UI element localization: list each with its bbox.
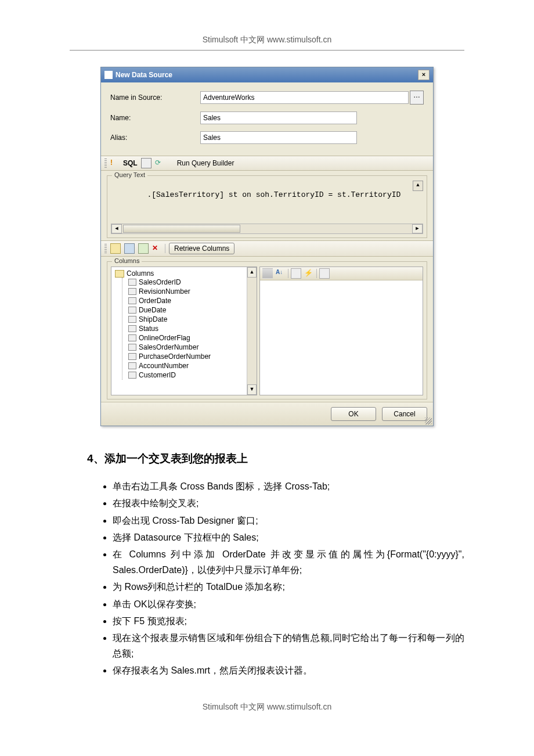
column-icon <box>128 316 136 323</box>
sql-label: SQL <box>123 159 138 167</box>
toolbar-grip-icon <box>104 244 107 253</box>
scrollbar-thumb[interactable] <box>123 225 240 233</box>
column-icon <box>128 307 136 314</box>
column-icon <box>128 297 136 304</box>
browse-button[interactable]: … <box>410 91 424 105</box>
page-header: Stimulsoft 中文网 www.stimulsoft.cn <box>0 35 534 45</box>
toolbar-separator <box>288 269 288 278</box>
events-icon[interactable]: ⚡ <box>304 268 314 279</box>
paste-icon[interactable] <box>138 243 149 254</box>
alias-field[interactable] <box>200 131 357 144</box>
column-icon <box>128 288 136 295</box>
dialog-titlebar[interactable]: New Data Source × <box>101 67 433 82</box>
scroll-right-icon[interactable]: ► <box>412 224 423 233</box>
property-pages-icon[interactable] <box>291 268 301 279</box>
column-icon <box>128 362 136 369</box>
name-field[interactable] <box>200 111 357 124</box>
properties-pane: A↓ ⚡ <box>259 267 423 395</box>
list-item: 选择 Datasource 下拉框中的 Sales; <box>113 530 464 545</box>
column-item[interactable]: CustomerID <box>128 370 253 380</box>
list-item: 按下 F5 预览报表; <box>113 613 464 629</box>
list-item: 保存报表名为 Sales.mrt，然后关闭报表设计器。 <box>113 663 464 678</box>
list-item: 单击右边工具条 Cross Bands 图标，选择 Cross-Tab; <box>113 478 464 494</box>
close-icon[interactable]: × <box>418 70 430 80</box>
horizontal-scrollbar[interactable]: ◄ ► <box>111 224 423 234</box>
tree-scrollbar[interactable]: ▲ ▼ <box>247 267 257 395</box>
section-heading: 4、添加一个交叉表到您的报表上 <box>87 449 464 468</box>
scroll-up-icon[interactable]: ▲ <box>413 181 423 191</box>
list-item: 现在这个报表显示销售区域和年份组合下的销售总额,同时它给出了每一行和每一列的总额… <box>113 630 464 661</box>
table-icon[interactable] <box>141 158 151 168</box>
properties-toolbar: A↓ ⚡ <box>260 267 423 280</box>
column-icon <box>128 334 136 341</box>
column-item[interactable]: ShipDate <box>128 315 253 324</box>
column-icon <box>128 325 136 332</box>
toolbar-separator <box>165 244 165 253</box>
new-data-source-dialog: New Data Source × Name in Source: … Name… <box>100 67 434 426</box>
warning-icon[interactable]: ! <box>110 159 120 168</box>
retrieve-columns-button[interactable]: Retrieve Columns <box>169 243 234 254</box>
columns-tree[interactable]: Columns SalesOrderID RevisionNumber Orde… <box>111 267 257 395</box>
categorized-icon[interactable] <box>262 268 273 279</box>
toolbar-separator <box>316 269 317 278</box>
alphabetical-sort-icon[interactable]: A↓ <box>275 268 286 279</box>
copy-icon[interactable] <box>124 243 135 254</box>
column-item[interactable]: DueDate <box>128 305 253 315</box>
cancel-button[interactable]: Cancel <box>382 407 427 421</box>
column-icon <box>128 353 136 360</box>
column-icon <box>128 372 136 379</box>
list-item: 即会出现 Cross-Tab Designer 窗口; <box>113 513 464 528</box>
list-item: 在 Columns 列中添加 OrderDate 并改变显示值的属性为{Form… <box>113 546 464 578</box>
resize-grip-icon[interactable] <box>425 417 432 424</box>
column-item[interactable]: OrderDate <box>128 296 253 305</box>
delete-icon[interactable]: ✕ <box>152 244 161 253</box>
header-rule <box>70 50 464 51</box>
column-item[interactable]: SalesOrderID <box>128 278 253 287</box>
columns-toolbar: ✕ Retrieve Columns <box>101 240 433 257</box>
tree-root-label: Columns <box>127 269 154 278</box>
dialog-title: New Data Source <box>116 71 172 79</box>
column-icon <box>128 344 136 351</box>
scroll-down-icon[interactable]: ▼ <box>247 384 257 395</box>
alias-label: Alias: <box>110 134 200 142</box>
page-footer: Stimulsoft 中文网 www.stimulsoft.cn <box>0 702 534 712</box>
name-in-source-label: Name in Source: <box>110 93 200 102</box>
name-label: Name: <box>110 114 200 122</box>
column-item[interactable]: PurchaseOrderNumber <box>128 352 253 361</box>
column-item[interactable]: AccountNumber <box>128 361 253 370</box>
new-folder-icon[interactable] <box>110 243 121 254</box>
column-item[interactable]: OnlineOrderFlag <box>128 333 253 343</box>
list-item: 在报表中绘制交叉表; <box>113 495 464 511</box>
column-item[interactable]: SalesOrderNumber <box>128 343 253 352</box>
column-item[interactable]: RevisionNumber <box>128 287 253 296</box>
run-query-builder-link[interactable]: Run Query Builder <box>177 159 234 167</box>
instruction-list: 单击右边工具条 Cross Bands 图标，选择 Cross-Tab; 在报表… <box>87 478 464 678</box>
query-text-area[interactable]: .[SalesTerritory] st on soh.TerritoryID … <box>111 181 423 224</box>
scroll-left-icon[interactable]: ◄ <box>111 224 122 233</box>
name-in-source-field[interactable] <box>200 91 409 104</box>
grid-icon[interactable] <box>319 268 330 279</box>
column-item[interactable]: Status <box>128 324 253 333</box>
list-item: 单击 OK以保存变换; <box>113 596 464 612</box>
app-icon <box>104 71 113 79</box>
column-icon <box>128 279 136 286</box>
ok-button[interactable]: OK <box>331 407 376 421</box>
folder-icon <box>115 270 124 278</box>
query-text-group-label: Query Text <box>112 171 147 178</box>
columns-group-label: Columns <box>112 257 142 264</box>
refresh-icon[interactable]: ⟳ <box>155 159 164 168</box>
query-toolbar: ! SQL ⟳ Run Query Builder <box>101 156 433 171</box>
toolbar-grip-icon <box>104 159 107 168</box>
list-item: 为 Rows列和总计栏的 TotalDue 添加名称; <box>113 579 464 595</box>
scroll-up-icon[interactable]: ▲ <box>247 267 257 278</box>
query-text-content: .[SalesTerritory] st on soh.TerritoryID … <box>147 190 400 199</box>
